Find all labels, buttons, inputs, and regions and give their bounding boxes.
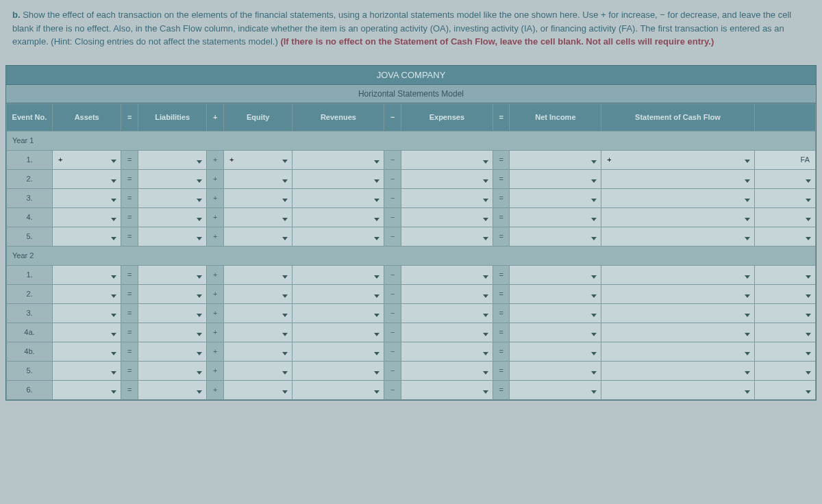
liabilities-cell[interactable]: [138, 284, 206, 303]
assets-cell[interactable]: [52, 303, 121, 323]
revenues-cell[interactable]: [292, 227, 384, 246]
equity-cell[interactable]: [223, 188, 292, 207]
cash-flow-cell[interactable]: [601, 303, 754, 323]
expenses-cell[interactable]: [401, 361, 493, 380]
activity-type-cell[interactable]: [754, 169, 815, 188]
net-income-cell[interactable]: [510, 323, 601, 342]
expenses-cell[interactable]: [401, 265, 493, 284]
net-income-cell[interactable]: [510, 284, 601, 303]
liabilities-cell[interactable]: [138, 207, 206, 227]
revenues-cell[interactable]: [292, 188, 384, 207]
net-income-cell[interactable]: [510, 265, 601, 284]
liabilities-cell[interactable]: [138, 303, 206, 323]
assets-cell[interactable]: [52, 207, 121, 227]
cash-flow-cell[interactable]: [601, 265, 754, 284]
net-income-cell[interactable]: [510, 303, 601, 323]
activity-type-cell[interactable]: [754, 284, 815, 303]
liabilities-cell[interactable]: [138, 169, 206, 188]
equity-cell[interactable]: [223, 303, 292, 323]
activity-type-cell[interactable]: [754, 207, 815, 227]
equity-cell[interactable]: [223, 265, 292, 284]
activity-type-cell[interactable]: [754, 342, 815, 361]
expenses-cell[interactable]: [401, 380, 493, 399]
revenues-cell[interactable]: [292, 361, 384, 380]
eq-sign: =: [121, 380, 138, 399]
cash-flow-cell[interactable]: [601, 227, 754, 246]
activity-type-cell[interactable]: [754, 303, 815, 323]
expenses-cell[interactable]: [401, 323, 493, 342]
net-income-cell[interactable]: [510, 188, 601, 207]
expenses-cell[interactable]: [401, 150, 493, 169]
cash-flow-cell[interactable]: +: [601, 150, 754, 169]
assets-cell[interactable]: [52, 188, 121, 207]
equity-cell[interactable]: [223, 323, 292, 342]
liabilities-cell[interactable]: [138, 380, 206, 399]
cash-flow-cell[interactable]: [601, 207, 754, 227]
revenues-cell[interactable]: [292, 150, 384, 169]
equity-cell[interactable]: [223, 380, 292, 399]
liabilities-cell[interactable]: [138, 150, 206, 169]
expenses-cell[interactable]: [401, 188, 493, 207]
equity-cell[interactable]: [223, 284, 292, 303]
cash-flow-cell[interactable]: [601, 380, 754, 399]
activity-type-cell[interactable]: [754, 227, 815, 246]
cash-flow-cell[interactable]: [601, 169, 754, 188]
equity-cell[interactable]: [223, 207, 292, 227]
revenues-cell[interactable]: [292, 207, 384, 227]
revenues-cell[interactable]: [292, 323, 384, 342]
expenses-cell[interactable]: [401, 169, 493, 188]
activity-type-cell[interactable]: [754, 265, 815, 284]
revenues-cell[interactable]: [292, 169, 384, 188]
expenses-cell[interactable]: [401, 303, 493, 323]
liabilities-cell[interactable]: [138, 265, 206, 284]
assets-cell[interactable]: [52, 227, 121, 246]
cash-flow-cell[interactable]: [601, 361, 754, 380]
net-income-cell[interactable]: [510, 227, 601, 246]
activity-type-cell[interactable]: [754, 380, 815, 399]
net-income-cell[interactable]: [510, 342, 601, 361]
assets-cell[interactable]: [52, 380, 121, 399]
assets-cell[interactable]: [52, 284, 121, 303]
assets-cell[interactable]: [52, 323, 121, 342]
cash-flow-cell[interactable]: [601, 323, 754, 342]
activity-type-cell[interactable]: [754, 361, 815, 380]
net-income-cell[interactable]: [510, 150, 601, 169]
revenues-cell[interactable]: [292, 342, 384, 361]
revenues-cell[interactable]: [292, 380, 384, 399]
equity-cell[interactable]: +: [223, 150, 292, 169]
net-income-cell[interactable]: [510, 169, 601, 188]
assets-cell[interactable]: [52, 342, 121, 361]
liabilities-cell[interactable]: [138, 188, 206, 207]
header-assets: Assets: [52, 103, 121, 131]
equity-cell[interactable]: [223, 169, 292, 188]
liabilities-cell[interactable]: [138, 361, 206, 380]
activity-type-cell[interactable]: [754, 323, 815, 342]
chevron-down-icon: [111, 179, 116, 183]
expenses-cell[interactable]: [401, 207, 493, 227]
assets-cell[interactable]: [52, 361, 121, 380]
equity-cell[interactable]: [223, 342, 292, 361]
assets-cell[interactable]: +: [52, 150, 121, 169]
equity-cell[interactable]: [223, 227, 292, 246]
expenses-cell[interactable]: [401, 284, 493, 303]
cash-flow-cell[interactable]: [601, 342, 754, 361]
liabilities-cell[interactable]: [138, 227, 206, 246]
chevron-down-icon: [591, 179, 597, 183]
liabilities-cell[interactable]: [138, 323, 206, 342]
assets-cell[interactable]: [52, 169, 121, 188]
cash-flow-cell[interactable]: [601, 284, 754, 303]
net-income-cell[interactable]: [510, 207, 601, 227]
expenses-cell[interactable]: [401, 342, 493, 361]
cash-flow-cell[interactable]: [601, 188, 754, 207]
expenses-cell[interactable]: [401, 227, 493, 246]
net-income-cell[interactable]: [510, 380, 601, 399]
equity-cell[interactable]: [223, 361, 292, 380]
revenues-cell[interactable]: [292, 265, 384, 284]
revenues-cell[interactable]: [292, 303, 384, 323]
revenues-cell[interactable]: [292, 284, 384, 303]
eq-sign: =: [121, 342, 138, 361]
liabilities-cell[interactable]: [138, 342, 206, 361]
activity-type-cell[interactable]: [754, 188, 815, 207]
assets-cell[interactable]: [52, 265, 121, 284]
net-income-cell[interactable]: [510, 361, 601, 380]
